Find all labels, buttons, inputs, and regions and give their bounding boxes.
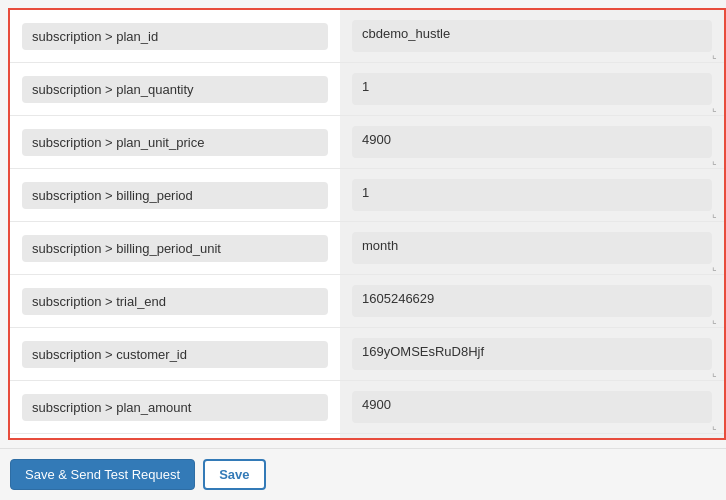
value-field[interactable] bbox=[352, 391, 712, 423]
key-field[interactable] bbox=[22, 129, 328, 156]
value-cell: ⌞ bbox=[340, 116, 724, 168]
value-cell: ⌞ bbox=[340, 328, 724, 380]
table-row: ⌞ bbox=[10, 434, 724, 440]
resize-handle-icon: ⌞ bbox=[712, 156, 722, 166]
table-row: ⌞ bbox=[10, 328, 724, 381]
table-row: ⌞ bbox=[10, 222, 724, 275]
value-field[interactable] bbox=[352, 232, 712, 264]
table-row: ⌞ bbox=[10, 169, 724, 222]
value-field[interactable] bbox=[352, 285, 712, 317]
table-row: ⌞ bbox=[10, 275, 724, 328]
value-cell: ⌞ bbox=[340, 10, 724, 62]
value-cell: ⌞ bbox=[340, 381, 724, 433]
value-field[interactable] bbox=[352, 20, 712, 52]
value-field[interactable] bbox=[352, 338, 712, 370]
key-field[interactable] bbox=[22, 394, 328, 421]
value-cell: ⌞ bbox=[340, 222, 724, 274]
key-cell bbox=[10, 328, 340, 380]
table-row: ⌞ bbox=[10, 381, 724, 434]
table-row: ⌞ bbox=[10, 116, 724, 169]
table-row: ⌞ bbox=[10, 63, 724, 116]
data-table: ⌞⌞⌞⌞⌞⌞⌞⌞⌞ bbox=[8, 8, 726, 440]
value-cell: ⌞ bbox=[340, 63, 724, 115]
key-cell bbox=[10, 434, 340, 440]
key-field[interactable] bbox=[22, 235, 328, 262]
key-field[interactable] bbox=[22, 76, 328, 103]
resize-handle-icon: ⌞ bbox=[712, 209, 722, 219]
key-cell bbox=[10, 222, 340, 274]
key-cell bbox=[10, 381, 340, 433]
key-field[interactable] bbox=[22, 23, 328, 50]
key-cell bbox=[10, 169, 340, 221]
value-cell: ⌞ bbox=[340, 275, 724, 327]
key-field[interactable] bbox=[22, 288, 328, 315]
key-cell bbox=[10, 116, 340, 168]
key-cell bbox=[10, 63, 340, 115]
key-cell bbox=[10, 10, 340, 62]
resize-handle-icon: ⌞ bbox=[712, 315, 722, 325]
key-field[interactable] bbox=[22, 341, 328, 368]
key-cell bbox=[10, 275, 340, 327]
value-cell: ⌞ bbox=[340, 169, 724, 221]
key-field[interactable] bbox=[22, 182, 328, 209]
resize-handle-icon: ⌞ bbox=[712, 50, 722, 60]
value-field[interactable] bbox=[352, 126, 712, 158]
save-button[interactable]: Save bbox=[203, 459, 265, 490]
value-cell: ⌞ bbox=[340, 434, 724, 440]
resize-handle-icon: ⌞ bbox=[712, 262, 722, 272]
resize-handle-icon: ⌞ bbox=[712, 368, 722, 378]
value-field[interactable] bbox=[352, 179, 712, 211]
value-field[interactable] bbox=[352, 73, 712, 105]
footer: Save & Send Test Request Save bbox=[0, 448, 726, 500]
resize-handle-icon: ⌞ bbox=[712, 421, 722, 431]
save-and-send-button[interactable]: Save & Send Test Request bbox=[10, 459, 195, 490]
resize-handle-icon: ⌞ bbox=[712, 103, 722, 113]
main-container: ⌞⌞⌞⌞⌞⌞⌞⌞⌞ bbox=[0, 0, 726, 448]
table-row: ⌞ bbox=[10, 10, 724, 63]
